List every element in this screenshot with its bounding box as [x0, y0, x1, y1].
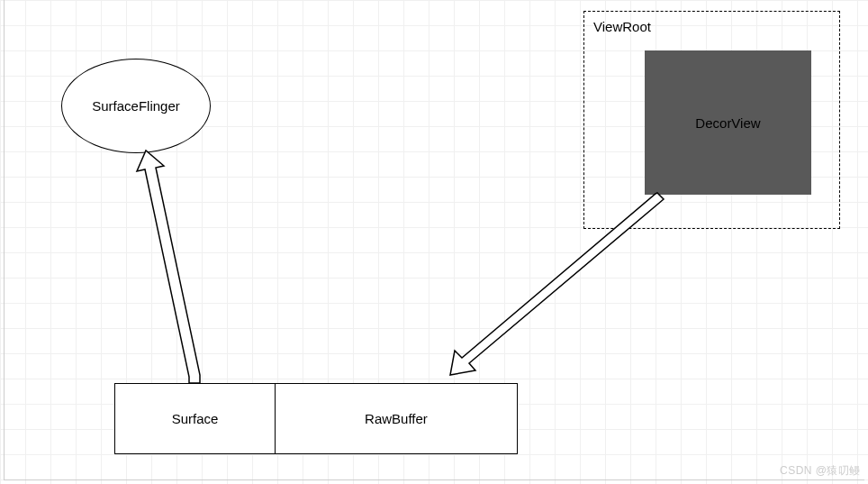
surfaceflinger-node: SurfaceFlinger [61, 59, 211, 153]
viewroot-label: ViewRoot [593, 19, 651, 34]
decorview-node: DecorView [645, 50, 811, 195]
decorview-label: DecorView [695, 115, 760, 131]
rawbuffer-label: RawBuffer [365, 411, 428, 426]
surface-node: Surface [114, 383, 276, 454]
arrow-surface-to-surfaceflinger [117, 144, 225, 392]
arrow-decorview-to-rawbuffer [432, 187, 675, 395]
surface-label: Surface [172, 411, 219, 426]
surfaceflinger-label: SurfaceFlinger [92, 98, 180, 114]
watermark-text: CSDN @猿叨鳗 [780, 463, 861, 479]
